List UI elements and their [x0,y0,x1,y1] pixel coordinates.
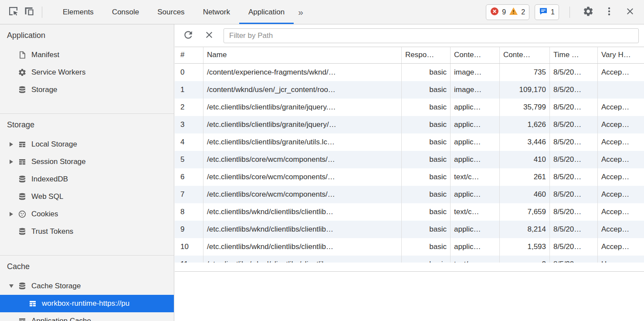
tab-elements[interactable]: Elements [54,0,103,24]
cell-content-type: text/c… [451,168,500,186]
refresh-icon [183,29,194,42]
table-row[interactable]: 9/etc.clientlibs/wknd/clientlibs/clientl… [175,221,644,238]
cell-content-type: applic… [451,116,500,133]
sidebar-item-label: IndexedDB [31,175,68,184]
table-row[interactable]: 4/etc.clientlibs/clientlibs/granite/util… [175,133,644,151]
device-toolbar-icon [23,5,35,19]
cell-index: 3 [175,116,203,133]
table-icon [17,157,27,167]
table-row[interactable]: 2/etc.clientlibs/clientlibs/granite/jque… [175,99,644,116]
table-row[interactable]: 0/content/experience-fragments/wknd/…bas… [175,64,644,81]
section-storage: Storage Local Storage Session [0,114,174,256]
cell-content-type: applic… [451,238,500,256]
cell-content-length: 35,799 [500,99,550,116]
tab-console[interactable]: Console [103,0,148,24]
table-row[interactable]: 5/etc.clientlibs/core/wcm/components/…ba… [175,151,644,168]
table-icon [17,140,27,149]
cell-name: /content/wknd/us/en/_jcr_content/roo… [203,81,402,99]
sidebar-item-indexeddb[interactable]: IndexedDB [0,171,174,188]
column-header-response-type[interactable]: Respo… [402,47,451,63]
cell-time-cached: 8/5/20… [550,203,598,221]
issues-badge[interactable]: 9 2 [486,4,529,20]
close-devtools-button[interactable] [622,4,638,20]
collapse-arrow-icon[interactable] [6,284,17,288]
refresh-button[interactable] [181,28,196,43]
cell-time-cached: 8/5/20… [550,256,598,263]
database-icon [17,227,27,236]
cell-response-type: basic [402,81,451,99]
cell-vary-header: Accep… [598,116,644,133]
cell-content-type: applic… [451,151,500,168]
section-application: Application Manifest Service Workers [0,24,174,114]
cell-index: 11 [175,256,203,263]
close-icon [625,6,635,18]
cell-index: 1 [175,81,203,99]
cell-response-type: basic [402,116,451,133]
tab-application[interactable]: Application [239,0,294,24]
column-header-time-cached[interactable]: Time … [550,47,598,63]
sidebar-item-storage[interactable]: Storage [0,81,174,99]
sidebar-item-label: Session Storage [31,157,86,166]
inspect-element-button[interactable] [5,4,21,20]
cell-response-type: basic [402,221,451,238]
messages-badge[interactable]: 1 [535,4,559,20]
sidebar-item-web-sql[interactable]: Web SQL [0,188,174,205]
expand-arrow-icon[interactable] [6,160,17,164]
table-row[interactable]: 11/etc.clientlibs/wknd/clientlibs/client… [175,256,644,263]
cell-vary-header: Accep… [598,151,644,168]
tab-network[interactable]: Network [194,0,239,24]
table-row[interactable]: 3/etc.clientlibs/clientlibs/granite/jque… [175,116,644,133]
table-icon [17,316,27,321]
cookie-icon [17,209,27,219]
cell-vary-header: Accep… [598,238,644,256]
table-row[interactable]: 8/etc.clientlibs/wknd/clientlibs/clientl… [175,203,644,221]
cell-time-cached: 8/5/20… [550,151,598,168]
sidebar-item-cookies[interactable]: Cookies [0,205,174,223]
column-header-content-type[interactable]: Conte… [451,47,500,63]
column-header-content-length[interactable]: Conte… [500,47,550,63]
cell-name: /content/experience-fragments/wknd/… [203,64,402,81]
filter-by-path-input[interactable] [224,28,639,43]
sidebar-item-label: Cache Storage [31,282,81,290]
sidebar-item-label: Cookies [31,210,58,219]
sidebar-item-session-storage[interactable]: Session Storage [0,153,174,171]
table-row[interactable]: 6/etc.clientlibs/core/wcm/components/…ba… [175,168,644,186]
settings-button[interactable] [580,4,596,20]
sidebar-item-manifest[interactable]: Manifest [0,46,174,64]
application-panel-sidebar: Application Manifest Service Workers [0,24,174,321]
cell-name: /etc.clientlibs/core/wcm/components/… [203,151,402,168]
expand-arrow-icon[interactable] [6,212,17,216]
sidebar-item-workbox-runtime-cache[interactable]: workbox-runtime-https://pu [0,295,174,312]
sidebar-item-local-storage[interactable]: Local Storage [0,136,174,153]
cache-toolbar [175,24,644,47]
section-cache: Cache Cache Storage workbox-runtime- [0,256,174,321]
column-header-name[interactable]: Name [203,47,402,63]
tab-sources[interactable]: Sources [148,0,193,24]
column-header-vary-header[interactable]: Vary H… [598,47,644,63]
cell-response-type: basic [402,64,451,81]
sidebar-item-service-workers[interactable]: Service Workers [0,64,174,81]
table-row[interactable]: 1/content/wknd/us/en/_jcr_content/roo…ba… [175,81,644,99]
sidebar-item-application-cache[interactable]: Application Cache [0,312,174,321]
preview-splitter[interactable] [175,271,644,272]
cell-response-type: basic [402,99,451,116]
sidebar-item-label: Application Cache [31,317,91,321]
cell-response-type: basic [402,133,451,151]
cell-time-cached: 8/5/20… [550,186,598,203]
sidebar-item-trust-tokens[interactable]: Trust Tokens [0,223,174,240]
cell-response-type: basic [402,256,451,263]
clear-x-icon [204,30,214,42]
cell-content-type: applic… [451,186,500,203]
more-options-button[interactable] [601,4,617,20]
table-row[interactable]: 10/etc.clientlibs/wknd/clientlibs/client… [175,238,644,256]
cell-index: 9 [175,221,203,238]
sidebar-item-cache-storage[interactable]: Cache Storage [0,277,174,295]
expand-arrow-icon[interactable] [6,142,17,147]
table-row[interactable]: 7/etc.clientlibs/core/wcm/components/…ba… [175,186,644,203]
cell-content-type: text/c… [451,256,500,263]
error-count: 9 [502,8,506,16]
delete-selected-button[interactable] [202,28,217,43]
column-header-index[interactable]: # [175,47,203,63]
toggle-device-toolbar-button[interactable] [21,4,37,20]
more-tabs-button[interactable]: » [294,0,308,24]
